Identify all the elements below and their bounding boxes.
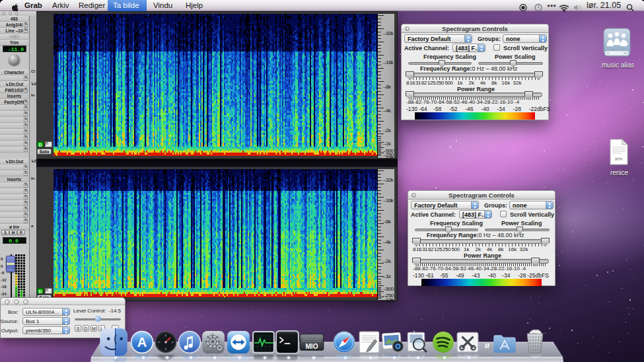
svg-text:RTF: RTF: [615, 157, 623, 161]
